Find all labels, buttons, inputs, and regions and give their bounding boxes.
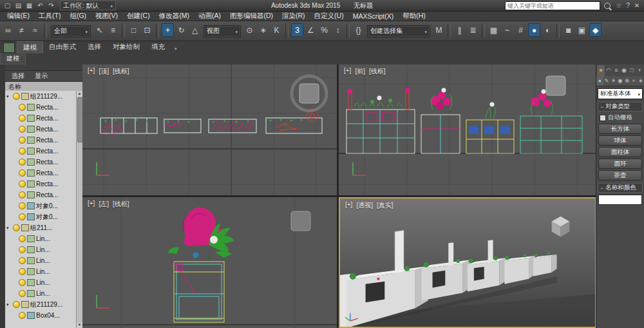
scene-object-row[interactable]: Lin...	[5, 255, 77, 266]
viewport-menu-shading[interactable]: [线框]	[113, 67, 129, 76]
display-tab[interactable]: □	[628, 65, 636, 76]
visibility-bulb-icon[interactable]	[19, 312, 26, 319]
viewport-canvas-left[interactable]	[82, 197, 337, 328]
viewport-menu-shading[interactable]: [真实]	[377, 201, 393, 210]
ribbon-tab[interactable]: 选择	[82, 41, 107, 53]
visibility-bulb-icon[interactable]	[19, 213, 26, 220]
primitive-button[interactable]: 圆环	[598, 159, 642, 169]
scene-object-row[interactable]: Lin...	[5, 233, 77, 244]
scene-object-row[interactable]: 对象0...	[5, 200, 77, 211]
visibility-bulb-icon[interactable]	[19, 202, 26, 209]
menu-item[interactable]: 工具(T)	[34, 12, 65, 21]
menu-item[interactable]: 图形编辑器(D)	[225, 12, 278, 21]
ribbon-tab[interactable]: 填充	[146, 41, 171, 53]
scene-object-row[interactable]: Recta...	[5, 113, 77, 124]
scene-object-row[interactable]: 组211129...	[5, 299, 77, 310]
viewport-menu-general[interactable]: [+]	[88, 200, 95, 209]
viewcube[interactable]	[546, 76, 565, 95]
layer-manager-icon[interactable]: ≣	[467, 23, 479, 37]
visibility-bulb-icon[interactable]	[19, 137, 26, 144]
open-file-icon[interactable]: ▤	[14, 1, 23, 10]
scene-object-row[interactable]: Recta...	[5, 157, 77, 168]
workspace-dropdown[interactable]: 工作区: 默认	[60, 1, 116, 10]
scene-object-row[interactable]: Recta...	[5, 146, 77, 157]
select-and-scale-icon[interactable]: △	[189, 23, 201, 37]
scene-object-row[interactable]: 组211129...	[5, 91, 77, 102]
viewport-left[interactable]: [+] [左] [线框]	[82, 197, 337, 328]
viewport-canvas-front[interactable]	[339, 64, 596, 195]
infocenter-star-icon[interactable]: ☆	[614, 2, 623, 9]
ribbon-panel-tab[interactable]: 建模	[0, 53, 26, 64]
reference-coordinate-dropdown[interactable]: 视图	[204, 25, 241, 37]
primitive-button[interactable]: 茶壶	[598, 170, 642, 180]
scene-object-row[interactable]: Lin...	[5, 277, 77, 288]
expand-arrow-icon[interactable]	[6, 226, 12, 231]
cameras-category[interactable]: ◉	[617, 76, 624, 86]
visibility-bulb-icon[interactable]	[19, 126, 26, 133]
use-pivot-center-icon[interactable]: ⊙	[243, 23, 256, 37]
scene-object-row[interactable]: Lin...	[5, 244, 77, 255]
visibility-bulb-icon[interactable]	[19, 159, 26, 166]
scene-object-row[interactable]: Recta...	[5, 102, 77, 113]
select-and-rotate-icon[interactable]: ↻	[175, 23, 187, 37]
search-icon[interactable]	[604, 3, 611, 9]
ribbon-tab[interactable]: 建模	[17, 41, 43, 53]
motion-tab[interactable]: ◉	[620, 65, 628, 76]
render-production-icon[interactable]: ◆	[589, 23, 601, 37]
ribbon-tab[interactable]: 自由形式	[43, 41, 82, 53]
visibility-bulb-icon[interactable]	[19, 180, 26, 188]
selection-filter-dropdown[interactable]: 全部	[51, 25, 91, 37]
ribbon-tab[interactable]: 对象绘制	[107, 41, 146, 53]
save-file-icon[interactable]: ▦	[24, 1, 34, 10]
scene-object-row[interactable]: Recta...	[5, 168, 77, 178]
explorer-scrollbar[interactable]: ▲ ▼	[76, 91, 82, 328]
snap-toggle-3d-icon[interactable]: 3	[291, 23, 303, 37]
menu-item[interactable]: 视图(V)	[91, 12, 122, 21]
scene-object-row[interactable]: Recta...	[5, 189, 77, 200]
expand-arrow-icon[interactable]	[6, 94, 12, 99]
visibility-bulb-icon[interactable]	[19, 257, 26, 264]
keyboard-override-icon[interactable]: K	[270, 23, 283, 37]
viewport-menu-shading[interactable]: [线框]	[369, 67, 386, 76]
viewport-top[interactable]: [+] [顶] [线框]	[82, 64, 337, 195]
select-and-link-icon[interactable]: ∞	[2, 23, 14, 37]
curve-editor-icon[interactable]: ~	[501, 23, 513, 37]
scene-object-row[interactable]: Lin...	[5, 266, 77, 277]
select-by-name-icon[interactable]: ≡	[107, 23, 119, 37]
percent-snap-icon[interactable]: %	[318, 23, 330, 37]
slate-material-editor-icon[interactable]: ◐	[542, 23, 554, 37]
menu-item[interactable]: 创建(C)	[122, 12, 155, 21]
edit-named-selection-sets-icon[interactable]: {}	[352, 23, 365, 37]
menu-item[interactable]: 修改器(M)	[155, 12, 194, 21]
named-selection-sets-dropdown[interactable]: 创建选择集	[367, 25, 430, 37]
viewport-menu-shading[interactable]: [线框]	[113, 200, 129, 209]
scroll-down-icon[interactable]: ▼	[77, 322, 82, 328]
explorer-menu-display[interactable]: 显示	[35, 72, 48, 81]
visibility-bulb-icon[interactable]	[19, 279, 26, 286]
primitive-type-dropdown[interactable]: 标准基本体	[598, 88, 643, 99]
visibility-bulb-icon[interactable]	[19, 148, 26, 155]
menu-item[interactable]: 自定义(U)	[310, 12, 348, 21]
primitive-button[interactable]: 长方体	[598, 124, 642, 134]
lights-category[interactable]: ☀	[610, 76, 617, 86]
viewport-canvas-top[interactable]	[82, 64, 337, 195]
mirror-icon[interactable]: M	[433, 23, 445, 37]
rectangular-selection-region-icon[interactable]: □	[128, 23, 140, 37]
autogrid-checkbox[interactable]	[600, 115, 606, 121]
ribbon-toggle-icon[interactable]: ▦	[488, 23, 500, 37]
viewport-perspective-active[interactable]: [+] [透视] [真实]	[339, 197, 596, 328]
scene-object-row[interactable]: Lin...	[5, 288, 77, 299]
viewport-canvas-perspective[interactable]	[340, 198, 595, 328]
undo-icon[interactable]: ↶	[35, 1, 45, 10]
helpers-category[interactable]: ⊕	[623, 76, 630, 86]
shapes-category[interactable]: ✎	[603, 76, 611, 86]
modify-tab[interactable]: ◠	[605, 65, 612, 76]
visibility-bulb-icon[interactable]	[19, 246, 26, 253]
systems-category[interactable]: ∗	[637, 76, 644, 86]
schematic-view-icon[interactable]: #	[515, 23, 527, 37]
visibility-bulb-icon[interactable]	[19, 235, 26, 242]
align-icon[interactable]: ∥	[453, 23, 466, 37]
scene-object-row[interactable]: Box04...	[5, 310, 77, 321]
viewcube[interactable]	[552, 217, 570, 237]
scene-object-row[interactable]: Recta...	[5, 178, 77, 189]
